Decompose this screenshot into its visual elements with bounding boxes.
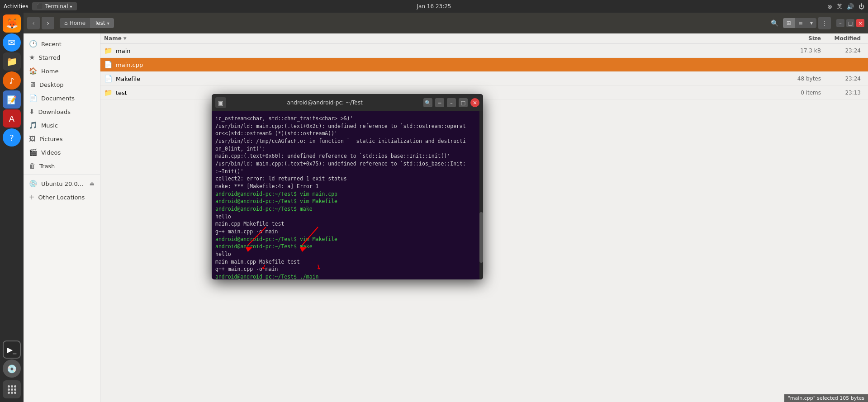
sidebar-item-other-locations[interactable]: + Other Locations (24, 190, 100, 204)
sidebar-item-home-label: Home (41, 68, 58, 75)
terminal-line-19: hello (215, 251, 479, 258)
file-name-makefile: Makefile (116, 76, 792, 82)
terminal-close-button[interactable]: × (470, 98, 479, 107)
sidebar-item-downloads[interactable]: ⬇ Downloads (24, 105, 100, 118)
sidebar-item-ubuntu[interactable]: 💿 Ubuntu 20.0... ⏏ (24, 177, 100, 190)
terminal-line-10: make: *** [Makefile:4: a] Error 1 (215, 183, 479, 190)
other-locations-icon: + (29, 193, 35, 201)
terminal-line-9: collect2: error: ld returned 1 exit stat… (215, 175, 479, 183)
power-icon[interactable]: ⏻ (859, 3, 864, 10)
desktop-icon: 🖥 (29, 80, 36, 89)
fm-back-button[interactable]: ‹ (27, 17, 40, 29)
sidebar-item-pictures[interactable]: 🖼 Pictures (24, 132, 100, 146)
sidebar-item-desktop-label: Desktop (39, 81, 64, 88)
cpp-file-icon: 📄 (104, 61, 113, 69)
sidebar-item-pictures-label: Pictures (39, 136, 62, 142)
trash-icon: 🗑 (29, 162, 36, 170)
pictures-icon: 🖼 (29, 135, 36, 143)
fm-folder-label: Test (95, 20, 105, 26)
eject-icon[interactable]: ⏏ (90, 180, 95, 187)
dock-help[interactable]: ? (3, 128, 21, 147)
fm-more-button[interactable]: ⋮ (818, 17, 831, 29)
file-row-makefile[interactable]: 📄 Makefile 48 bytes 23:24 (100, 72, 868, 86)
file-name-main: main (116, 47, 792, 54)
fm-minimize-button[interactable]: – (836, 19, 844, 27)
sidebar-item-music[interactable]: 🎵 Music (24, 118, 100, 132)
dock-dvd[interactable]: 💿 (3, 359, 21, 378)
sidebar-item-recent-label: Recent (41, 41, 62, 47)
dock: 🦊 ✉ 📁 ♪ 📝 A ? ▶_ 💿 (0, 13, 24, 402)
terminal-line-1: ic_ostream<char, std::char_traits<char> … (215, 115, 479, 123)
fm-filelist-header: Name ▼ Size Modified (100, 33, 868, 44)
terminal-scrollbar-thumb[interactable] (479, 212, 483, 263)
fm-grid-view-button[interactable]: ⊞ (783, 18, 795, 28)
language-icon[interactable]: 英 (837, 3, 842, 10)
terminal-tab[interactable]: ⬛ Terminal ▾ (32, 2, 77, 10)
fm-list-view-button[interactable]: ≡ (795, 18, 806, 28)
sidebar-item-ubuntu-label: Ubuntu 20.0... (41, 180, 83, 187)
sidebar-item-trash-label: Trash (39, 163, 55, 170)
fm-home-breadcrumb[interactable]: ⌂ Home (60, 18, 90, 28)
file-modified-main: 23:24 (828, 47, 864, 54)
fm-forward-button[interactable]: › (42, 17, 54, 29)
sidebar-item-trash[interactable]: 🗑 Trash (24, 159, 100, 173)
topbar-datetime: Jan 16 23:25 (417, 3, 451, 9)
terminal-line-2: /usr/bin/ld: main.cpp:(.text+0x2c): unde… (215, 123, 479, 130)
terminal-title-text: android@android-pc: ~/Test (229, 99, 421, 106)
fm-folder-chevron-icon: ▾ (107, 21, 109, 26)
terminal-menu-button[interactable]: ≡ (435, 98, 444, 107)
file-name-main-cpp: main.cpp (116, 61, 792, 68)
sidebar-item-videos[interactable]: 🎬 Videos (24, 146, 100, 159)
dock-email[interactable]: ✉ (3, 33, 21, 52)
terminal-titlebar: ▣ android@android-pc: ~/Test 🔍 ≡ – □ × (212, 94, 483, 111)
terminal-line-21: g++ main.cpp -o main (215, 265, 479, 273)
sidebar-item-documents[interactable]: 📄 Documents (24, 91, 100, 105)
activities-button[interactable]: Activities (4, 3, 28, 9)
fm-search-button[interactable]: 🔍 (768, 17, 781, 29)
file-modified-makefile: 23:24 (828, 76, 864, 82)
terminal-line-15: main.cpp Makefile test (215, 220, 479, 228)
test-folder-icon: 📁 (104, 89, 113, 97)
fm-view-buttons: ⊞ ≡ ▾ (783, 18, 816, 28)
sidebar-divider (24, 175, 100, 175)
fm-folder-breadcrumb[interactable]: Test ▾ (90, 18, 114, 28)
terminal-scrollbar[interactable] (479, 111, 483, 279)
terminal-search-button[interactable]: 🔍 (423, 98, 432, 107)
dock-appstore[interactable]: A (3, 109, 21, 128)
file-row-main-cpp[interactable]: 📄 main.cpp (100, 58, 868, 72)
dock-writer[interactable]: 📝 (3, 90, 21, 109)
dock-files[interactable]: 📁 (3, 52, 21, 71)
terminal-maximize-button[interactable]: □ (459, 98, 468, 107)
terminal-line-6: main.cpp:(.text+0x60): undefined referen… (215, 152, 479, 160)
dock-firefox[interactable]: 🦊 (3, 14, 21, 33)
terminal-line-17: android@android-pc:~/Test$ vim Makefile (215, 236, 479, 243)
file-row-main[interactable]: 📁 main 17.3 kB 23:24 (100, 44, 868, 58)
sidebar-item-recent[interactable]: 🕐 Recent (24, 37, 100, 51)
terminal-window: ▣ android@android-pc: ~/Test 🔍 ≡ – □ × i… (212, 94, 483, 279)
topbar: Activities ⬛ Terminal ▾ Jan 16 23:25 ⊗ 英… (0, 0, 868, 13)
home-sidebar-icon: 🏠 (29, 67, 38, 75)
sidebar-item-home[interactable]: 🏠 Home (24, 64, 100, 78)
terminal-tab-label: Terminal (45, 3, 68, 9)
downloads-icon: ⬇ (29, 108, 35, 116)
sidebar-item-starred[interactable]: ★ Starred (24, 51, 100, 64)
fm-maximize-button[interactable]: □ (846, 19, 854, 27)
videos-icon: 🎬 (29, 148, 38, 156)
dock-music[interactable]: ♪ (3, 71, 21, 90)
dock-apps-button[interactable] (3, 380, 21, 398)
ubuntu-icon: 💿 (29, 180, 38, 188)
sidebar-item-desktop[interactable]: 🖥 Desktop (24, 78, 100, 91)
audio-icon[interactable]: 🔊 (847, 3, 854, 10)
sidebar-item-music-label: Music (41, 122, 58, 129)
terminal-minimize-button[interactable]: – (447, 98, 456, 107)
fm-close-button[interactable]: × (856, 19, 864, 27)
fm-home-label: Home (70, 20, 85, 26)
dock-terminal[interactable]: ▶_ (3, 341, 21, 359)
home-icon: ⌂ (64, 20, 68, 26)
terminal-line-3: or<<(std::ostream& (*)(std::ostream&))' (215, 130, 479, 137)
network-icon[interactable]: ⊗ (827, 3, 832, 10)
file-size-main: 17.3 kB (792, 47, 828, 54)
fm-view-dropdown-button[interactable]: ▾ (806, 18, 816, 28)
terminal-line-20: main main.cpp Makefile test (215, 258, 479, 266)
terminal-body[interactable]: ic_ostream<char, std::char_traits<char> … (212, 111, 483, 279)
